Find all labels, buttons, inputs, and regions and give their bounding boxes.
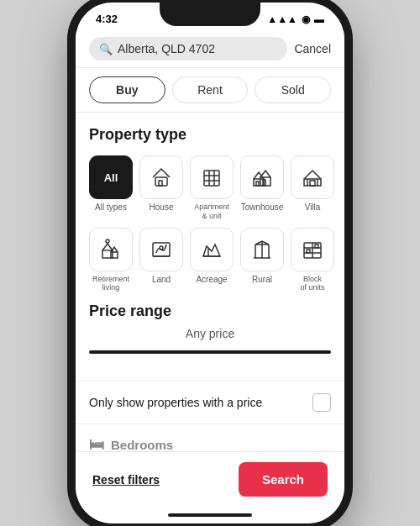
property-item-house[interactable]: House: [139, 155, 183, 221]
search-bar-row: 🔍 Alberta, QLD 4702 Cancel: [76, 30, 344, 68]
property-item-retirement[interactable]: Retirementliving: [89, 228, 133, 293]
property-item-rural[interactable]: Rural: [240, 228, 284, 293]
battery-icon: ▬: [314, 13, 324, 25]
property-item-acreage[interactable]: Acreage: [190, 228, 234, 293]
property-icon-all: All: [89, 155, 133, 199]
property-item-land[interactable]: Land: [139, 228, 183, 293]
status-icons: ▲▲▲ ◉ ▬: [267, 13, 324, 25]
property-type-section: Property type All All types: [76, 113, 344, 302]
checkbox-input[interactable]: [312, 393, 331, 412]
any-price-label: Any price: [89, 327, 331, 340]
property-icon-apartment: [190, 155, 234, 199]
price-range-title: Price range: [89, 302, 331, 320]
svg-rect-0: [155, 177, 167, 186]
phone-frame: 4:32 ▲▲▲ ◉ ▬ 🔍 Alberta, QLD 4702 Cancel …: [76, 3, 344, 523]
property-icon-rural: [240, 228, 284, 271]
footer-bar: Reset filters Search: [76, 451, 344, 507]
svg-rect-12: [310, 181, 315, 186]
home-indicator: [76, 507, 344, 523]
scroll-content: Property type All All types: [76, 113, 344, 451]
search-icon: 🔍: [99, 43, 113, 55]
property-item-block[interactable]: Blockof units: [291, 228, 334, 293]
property-icon-land: [139, 228, 183, 271]
time: 4:32: [96, 13, 118, 25]
tab-buy[interactable]: Buy: [89, 76, 165, 103]
svg-rect-16: [111, 252, 118, 258]
property-type-title: Property type: [89, 126, 331, 144]
wifi-icon: ◉: [302, 13, 310, 25]
property-label-townhouse: Townhouse: [241, 203, 284, 213]
tabs-row: Buy Rent Sold: [76, 68, 344, 113]
property-item-all[interactable]: All All types: [89, 155, 133, 221]
property-item-apartment[interactable]: Apartment& unit: [190, 155, 234, 221]
property-label-rural: Rural: [252, 275, 272, 285]
tab-rent[interactable]: Rent: [172, 76, 249, 103]
cancel-button[interactable]: Cancel: [294, 42, 331, 55]
property-icon-villa: [291, 155, 334, 199]
notch: [160, 3, 260, 26]
svg-rect-11: [304, 179, 321, 186]
checkbox-label: Only show properties with a price: [89, 396, 262, 409]
property-item-villa[interactable]: Villa: [291, 155, 334, 221]
home-bar: [168, 513, 252, 517]
property-grid: All All types House: [89, 155, 331, 292]
property-label-villa: Villa: [305, 203, 321, 213]
bedrooms-label: Bedrooms: [111, 438, 173, 451]
svg-rect-34: [315, 245, 318, 248]
svg-rect-1: [159, 181, 162, 186]
property-icon-acreage: [190, 228, 234, 271]
property-item-townhouse[interactable]: Townhouse: [240, 155, 284, 221]
property-label-house: House: [150, 203, 174, 213]
search-pill[interactable]: 🔍 Alberta, QLD 4702: [89, 37, 287, 60]
search-value: Alberta, QLD 4702: [118, 42, 215, 55]
property-label-land: Land: [152, 275, 171, 285]
property-label-block: Blockof units: [300, 275, 324, 293]
property-label-apartment: Apartment& unit: [194, 203, 229, 221]
tab-sold[interactable]: Sold: [255, 76, 331, 103]
signal-icon: ▲▲▲: [267, 13, 297, 25]
checkbox-row[interactable]: Only show properties with a price: [76, 381, 344, 424]
price-range-section: Price range Any price: [76, 302, 344, 381]
property-icon-block: [291, 228, 334, 271]
reset-filters-button[interactable]: Reset filters: [92, 473, 160, 487]
svg-point-20: [160, 246, 163, 250]
svg-rect-2: [204, 171, 219, 186]
svg-point-17: [106, 239, 109, 243]
property-label-retirement: Retirementliving: [92, 275, 129, 293]
property-icon-house: [139, 155, 183, 199]
svg-rect-9: [256, 181, 259, 186]
svg-rect-33: [307, 250, 310, 253]
property-label-all: All types: [95, 203, 127, 213]
property-label-acreage: Acreage: [196, 275, 227, 285]
price-slider[interactable]: [89, 350, 331, 354]
bedrooms-icon: 🛏: [89, 436, 104, 451]
bedrooms-section-peek: 🛏 Bedrooms: [76, 424, 344, 451]
property-icon-townhouse: [240, 155, 284, 199]
property-icon-retirement: [89, 228, 133, 271]
search-button[interactable]: Search: [239, 462, 328, 497]
